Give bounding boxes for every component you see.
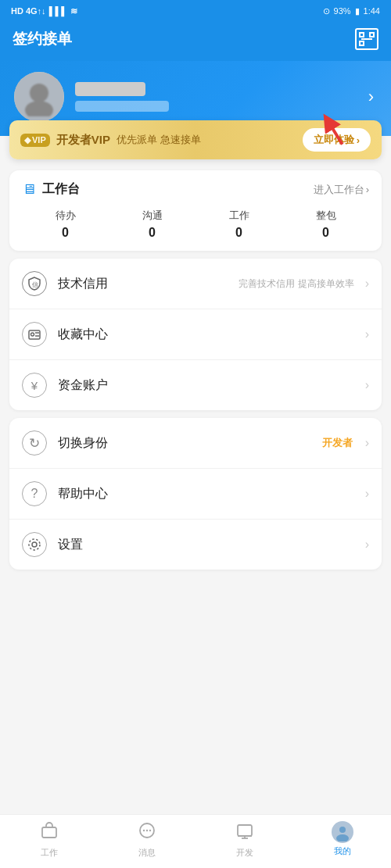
svg-point-17 xyxy=(142,830,144,831)
svg-point-14 xyxy=(29,539,40,550)
menu-item-switch-role[interactable]: ↻ 切换身份 开发者 › xyxy=(9,418,382,469)
nav-item-work[interactable]: 工作 xyxy=(26,821,73,859)
switch-role-label: 切换身份 xyxy=(58,435,311,452)
develop-nav-label: 开发 xyxy=(236,847,253,859)
stat-pending-value: 0 xyxy=(56,226,76,240)
svg-rect-1 xyxy=(370,33,374,37)
menu-section-1: 信 技术信用 完善技术信用 提高接单效率 › 收藏中心 › ¥ xyxy=(9,259,382,410)
workbench-stats: 待办 0 沟通 0 工作 0 整包 0 xyxy=(22,209,369,240)
page-title: 签约接单 xyxy=(13,29,72,49)
vip-badge-text: VIP xyxy=(32,135,46,145)
stat-work-label: 工作 xyxy=(229,209,249,223)
svg-rect-0 xyxy=(360,33,364,37)
funds-arrow: › xyxy=(365,378,369,392)
profile-info xyxy=(75,82,169,112)
status-bar: HD 4G↑↓ ▌▌▌ ≋ ⊙ 93% ▮ 1:44 xyxy=(0,0,391,22)
svg-rect-15 xyxy=(42,827,56,838)
tech-credit-icon: 信 xyxy=(22,271,47,296)
profile-subtitle xyxy=(75,101,169,112)
svg-point-10 xyxy=(31,333,34,336)
stat-pending[interactable]: 待办 0 xyxy=(56,209,76,240)
vip-banner-container: ◆ VIP 开发者VIP 优先派单 急速接单 立即体验 › xyxy=(0,128,391,167)
work-nav-icon xyxy=(40,821,59,845)
workbench-icon: 🖥 xyxy=(22,181,36,198)
main-content: 🖥 工作台 进入工作台 › 待办 0 沟通 0 工作 0 整包 xyxy=(0,170,391,632)
funds-label: 资金账户 xyxy=(58,377,354,394)
stat-work-value: 0 xyxy=(229,226,249,240)
stat-chat-value: 0 xyxy=(142,226,163,240)
workbench-title: 工作台 xyxy=(42,181,80,198)
location-icon: ⊙ xyxy=(323,6,330,16)
wifi-icon: ≋ xyxy=(70,6,77,16)
funds-icon: ¥ xyxy=(22,373,47,398)
svg-rect-20 xyxy=(238,825,252,836)
switch-role-arrow: › xyxy=(365,436,369,450)
svg-point-24 xyxy=(339,827,346,833)
vip-info: ◆ VIP 开发者VIP 优先派单 急速接单 xyxy=(20,133,201,148)
menu-section-2: ↻ 切换身份 开发者 › ? 帮助中心 › 设置 › xyxy=(9,418,382,570)
menu-item-tech-credit[interactable]: 信 技术信用 完善技术信用 提高接单效率 › xyxy=(9,259,382,309)
vip-diamond-icon: ◆ xyxy=(24,135,30,145)
messages-nav-label: 消息 xyxy=(138,847,156,859)
battery-icon: ▮ xyxy=(355,6,360,16)
help-label: 帮助中心 xyxy=(58,486,354,502)
tech-credit-label: 技术信用 xyxy=(58,276,228,292)
develop-nav-icon xyxy=(235,821,254,845)
tech-credit-sub: 完善技术信用 提高接单效率 xyxy=(239,277,353,291)
menu-item-favorites[interactable]: 收藏中心 › xyxy=(9,309,382,360)
svg-rect-2 xyxy=(360,41,364,45)
profile-name xyxy=(75,82,145,96)
scan-button[interactable] xyxy=(355,28,378,50)
stat-bundle-label: 整包 xyxy=(316,209,336,223)
status-right: ⊙ 93% ▮ 1:44 xyxy=(323,6,380,16)
svg-point-13 xyxy=(32,542,37,547)
battery-level: 93% xyxy=(334,6,351,16)
favorites-icon xyxy=(22,322,47,347)
stat-chat-label: 沟通 xyxy=(142,209,163,223)
avatar xyxy=(14,72,64,122)
workbench-card: 🖥 工作台 进入工作台 › 待办 0 沟通 0 工作 0 整包 xyxy=(9,170,382,251)
network-indicator: HD 4G↑↓ xyxy=(11,6,46,16)
settings-arrow: › xyxy=(365,538,369,552)
profile-left xyxy=(14,72,169,122)
svg-point-18 xyxy=(145,830,147,831)
svg-point-4 xyxy=(30,84,48,102)
menu-item-funds[interactable]: ¥ 资金账户 › xyxy=(9,360,382,410)
menu-item-help[interactable]: ? 帮助中心 › xyxy=(9,469,382,520)
svg-point-25 xyxy=(336,834,349,841)
stat-work[interactable]: 工作 0 xyxy=(229,209,249,240)
messages-nav-icon xyxy=(138,821,156,845)
red-arrow-indicator xyxy=(309,111,344,146)
stat-chat[interactable]: 沟通 0 xyxy=(142,209,163,240)
switch-role-icon: ↻ xyxy=(22,430,47,455)
nav-item-mine[interactable]: 我的 xyxy=(319,821,366,859)
signal-bars: ▌▌▌ xyxy=(49,6,67,16)
page-header: 签约接单 xyxy=(0,22,391,61)
nav-item-messages[interactable]: 消息 xyxy=(124,821,170,859)
vip-badge: ◆ VIP xyxy=(20,134,50,147)
mine-nav-label: 我的 xyxy=(334,845,351,857)
help-icon: ? xyxy=(22,481,47,506)
stat-bundle-value: 0 xyxy=(316,226,336,240)
stat-bundle[interactable]: 整包 0 xyxy=(316,209,336,240)
enter-workbench-link[interactable]: 进入工作台 › xyxy=(314,183,369,197)
svg-point-19 xyxy=(149,830,150,831)
tech-credit-arrow: › xyxy=(365,277,369,291)
nav-item-develop[interactable]: 开发 xyxy=(221,821,268,859)
time-display: 1:44 xyxy=(364,6,380,16)
settings-label: 设置 xyxy=(58,537,354,553)
svg-line-7 xyxy=(328,122,343,145)
favorites-label: 收藏中心 xyxy=(58,327,354,343)
profile-arrow-icon: › xyxy=(368,87,374,107)
favorites-arrow: › xyxy=(365,327,369,341)
work-nav-label: 工作 xyxy=(41,847,58,859)
bottom-nav: 工作 消息 开发 xyxy=(0,814,391,868)
switch-role-tag: 开发者 xyxy=(322,436,353,450)
status-left: HD 4G↑↓ ▌▌▌ ≋ xyxy=(11,6,77,16)
mine-avatar xyxy=(332,821,353,843)
help-arrow: › xyxy=(365,487,369,501)
workbench-header: 🖥 工作台 进入工作台 › xyxy=(22,181,369,198)
settings-icon xyxy=(22,532,47,557)
workbench-header-left: 🖥 工作台 xyxy=(22,181,80,198)
menu-item-settings[interactable]: 设置 › xyxy=(9,520,382,570)
